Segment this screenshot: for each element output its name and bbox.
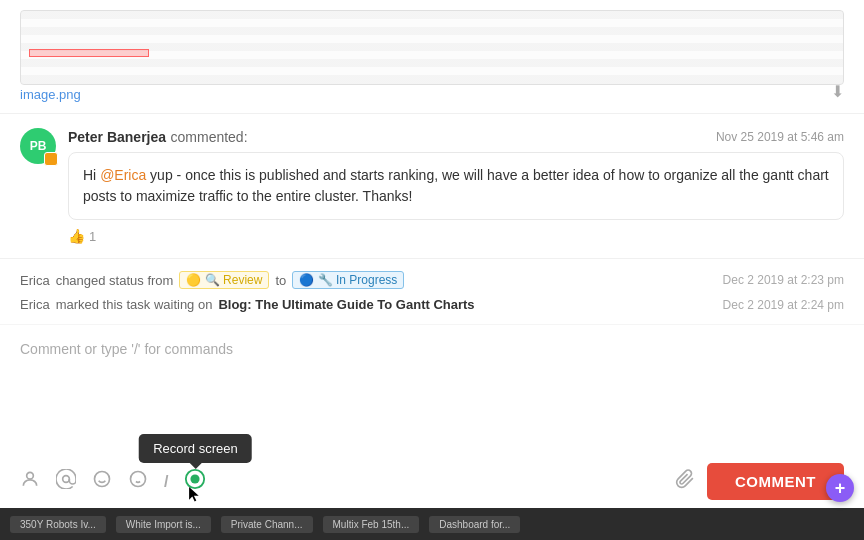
record-screen-tooltip: Record screen xyxy=(139,434,252,463)
taskbar-item-4[interactable]: Dashboard for... xyxy=(429,516,520,533)
comment-bubble: Hi @Erica yup - once this is published a… xyxy=(68,152,844,220)
attachment-icon[interactable] xyxy=(675,469,695,494)
status-section: Erica changed status from 🟡 🔍 Review to … xyxy=(0,259,864,325)
avatar: PB xyxy=(20,128,56,164)
status-line-1: Erica changed status from 🟡 🔍 Review to … xyxy=(20,267,844,293)
status-action-1: changed status from xyxy=(56,273,174,288)
comment-action: commented: xyxy=(171,129,248,145)
status-line-2: Erica marked this task waiting on Blog: … xyxy=(20,293,844,316)
smile-icon[interactable] xyxy=(128,469,148,494)
taskbar: 350Y Robots Iv... White Import is... Pri… xyxy=(0,508,864,540)
at-icon[interactable] xyxy=(56,469,76,494)
comment-text-body: yup - once this is published and starts … xyxy=(83,167,829,204)
status-to-1: to xyxy=(275,273,286,288)
person-icon[interactable] xyxy=(20,469,40,494)
svg-point-7 xyxy=(191,474,200,483)
thumbs-up-icon: 👍 xyxy=(68,228,85,244)
svg-point-5 xyxy=(131,472,146,487)
like-button[interactable]: 👍 1 xyxy=(68,228,844,244)
download-icon[interactable]: ⬇ xyxy=(831,82,844,101)
comment-content: Peter Banerjea commented: Nov 25 2019 at… xyxy=(68,128,844,244)
task-link[interactable]: Blog: The Ultimate Guide To Gantt Charts xyxy=(218,297,474,312)
taskbar-item-1[interactable]: White Import is... xyxy=(116,516,211,533)
comment-timestamp: Nov 25 2019 at 5:46 am xyxy=(716,130,844,144)
status-badge-in-progress: 🔵 🔧 In Progress xyxy=(292,271,404,289)
svg-point-2 xyxy=(95,472,110,487)
avatar-initials: PB xyxy=(30,139,47,153)
record-screen-icon[interactable]: Record screen xyxy=(184,468,206,495)
toolbar-area: / Record screen COMMENT xyxy=(20,455,844,500)
avatar-badge xyxy=(44,152,58,166)
add-button[interactable]: + xyxy=(826,474,854,502)
comment-meta: Peter Banerjea commented: xyxy=(68,128,248,146)
status-badge-review: 🟡 🔍 Review xyxy=(179,271,269,289)
toolbar-icons: / Record screen xyxy=(20,468,206,495)
status-action-2: marked this task waiting on xyxy=(56,297,213,312)
status-timestamp-1: Dec 2 2019 at 2:23 pm xyxy=(723,273,844,287)
status-actor-1: Erica xyxy=(20,273,50,288)
main-container: image.png ⬇ PB Peter Banerjea commented:… xyxy=(0,0,864,540)
svg-point-1 xyxy=(63,476,70,483)
taskbar-item-2[interactable]: Private Chann... xyxy=(221,516,313,533)
status-actor-2: Erica xyxy=(20,297,50,312)
image-filename[interactable]: image.png xyxy=(20,87,81,102)
like-count: 1 xyxy=(89,229,96,244)
comment-header: Peter Banerjea commented: Nov 25 2019 at… xyxy=(68,128,844,146)
table-row-highlight xyxy=(29,49,149,57)
image-section: image.png ⬇ xyxy=(0,0,864,114)
taskbar-item-0[interactable]: 350Y Robots Iv... xyxy=(10,516,106,533)
comment-text-hi: Hi xyxy=(83,167,100,183)
comment-placeholder: Comment or type '/' for commands xyxy=(20,341,233,357)
input-section: Comment or type '/' for commands xyxy=(0,325,864,508)
mention-erica[interactable]: @Erica xyxy=(100,167,146,183)
table-mock xyxy=(21,11,843,84)
taskbar-item-3[interactable]: Multix Feb 15th... xyxy=(323,516,420,533)
status-timestamp-2: Dec 2 2019 at 2:24 pm xyxy=(723,298,844,312)
emoji-face-icon[interactable] xyxy=(92,469,112,494)
comment-section: PB Peter Banerjea commented: Nov 25 2019… xyxy=(0,114,864,259)
commenter-name: Peter Banerjea xyxy=(68,129,166,145)
image-preview xyxy=(20,10,844,85)
svg-point-0 xyxy=(27,472,34,479)
slash-command-icon[interactable]: / xyxy=(164,473,168,491)
comment-button[interactable]: COMMENT xyxy=(707,463,844,500)
